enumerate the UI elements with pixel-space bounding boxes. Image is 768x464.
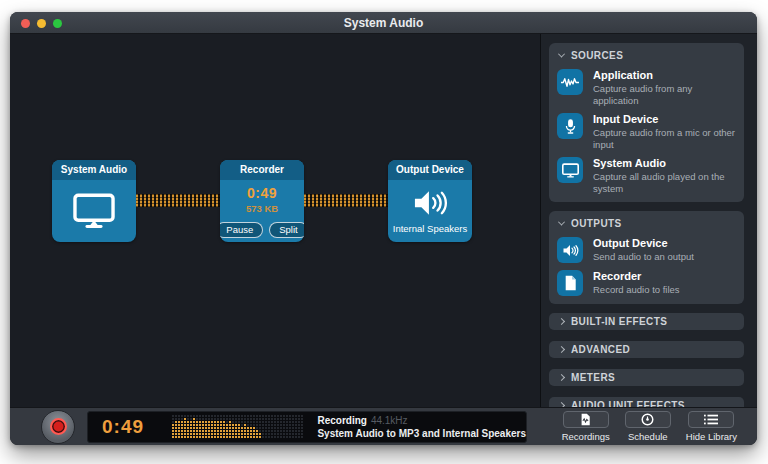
recorder-block-title: Recorder bbox=[220, 160, 304, 180]
item-title: Output Device bbox=[593, 237, 694, 250]
app-window: System Audio System Audio bbox=[10, 12, 757, 445]
sources-section-header[interactable]: SOURCES bbox=[549, 43, 744, 66]
audio-connection-tape bbox=[304, 194, 388, 207]
monitor-icon bbox=[73, 193, 115, 229]
document-icon bbox=[557, 270, 583, 296]
section-meters[interactable]: METERS bbox=[549, 369, 744, 386]
output-block-device[interactable]: Output Device Internal Speakers bbox=[388, 160, 472, 242]
chevron-right-icon bbox=[558, 402, 565, 407]
item-title: Recorder bbox=[593, 270, 680, 283]
section-built-in-effects[interactable]: BUILT-IN EFFECTS bbox=[549, 313, 744, 330]
hide-library-button[interactable] bbox=[688, 411, 734, 428]
item-desc: Capture all audio played on the system bbox=[593, 171, 736, 194]
schedule-action: Schedule bbox=[625, 411, 671, 442]
recording-size: 573 KB bbox=[246, 203, 278, 214]
source-block-system-audio[interactable]: System Audio bbox=[52, 160, 136, 242]
waveform-icon bbox=[557, 69, 583, 95]
outputs-section-header[interactable]: OUTPUTS bbox=[549, 211, 744, 234]
title-bar[interactable]: System Audio bbox=[10, 12, 757, 34]
section-label: AUDIO UNIT EFFECTS bbox=[571, 400, 685, 407]
outputs-section-label: OUTPUTS bbox=[571, 218, 622, 229]
outputs-section: OUTPUTS Output Device Send audio to an bbox=[549, 211, 744, 304]
status-label: Recording bbox=[317, 415, 366, 426]
window-title: System Audio bbox=[10, 12, 757, 34]
recording-time: 0:49 bbox=[247, 185, 277, 201]
speaker-icon bbox=[557, 237, 583, 263]
chevron-right-icon bbox=[558, 346, 565, 353]
record-button[interactable] bbox=[41, 410, 75, 444]
item-title: Input Device bbox=[593, 113, 736, 126]
recordings-icon bbox=[580, 413, 591, 426]
item-desc: Record audio to files bbox=[593, 284, 680, 296]
item-desc: Capture audio from any application bbox=[593, 83, 736, 106]
chevron-down-icon bbox=[558, 51, 565, 58]
schedule-button[interactable] bbox=[625, 411, 671, 428]
item-title: Application bbox=[593, 69, 736, 82]
schedule-label: Schedule bbox=[628, 431, 668, 442]
chevron-right-icon bbox=[558, 374, 565, 381]
recordings-button[interactable] bbox=[563, 411, 609, 428]
clock-icon bbox=[641, 413, 654, 426]
pipeline-canvas[interactable]: System Audio Recorder 0:49 57 bbox=[10, 34, 540, 407]
recordings-label: Recordings bbox=[562, 431, 610, 442]
recorder-block[interactable]: Recorder 0:49 573 KB Pause Split bbox=[220, 160, 304, 242]
library-sidebar: SOURCES Application Capture audio from a… bbox=[540, 34, 757, 407]
section-label: BUILT-IN EFFECTS bbox=[571, 316, 667, 327]
item-desc: Send audio to an output bbox=[593, 251, 694, 263]
source-block-title: System Audio bbox=[52, 160, 136, 180]
list-icon bbox=[704, 414, 718, 425]
section-label: ADVANCED bbox=[571, 344, 630, 355]
split-button[interactable]: Split bbox=[269, 222, 304, 238]
sources-section: SOURCES Application Capture audio from a… bbox=[549, 43, 744, 202]
microphone-icon bbox=[557, 113, 583, 139]
section-label: METERS bbox=[571, 372, 615, 383]
pause-button[interactable]: Pause bbox=[220, 222, 263, 238]
audio-connection-tape bbox=[136, 194, 220, 207]
library-item-recorder[interactable]: Recorder Record audio to files bbox=[549, 267, 744, 300]
chevron-down-icon bbox=[558, 219, 565, 226]
monitor-icon bbox=[557, 157, 583, 183]
recordings-action: Recordings bbox=[562, 411, 610, 442]
item-title: System Audio bbox=[593, 157, 736, 170]
record-icon bbox=[50, 418, 67, 435]
library-item-application[interactable]: Application Capture audio from any appli… bbox=[549, 66, 744, 110]
pipeline-summary: System Audio to MP3 and Internal Speaker… bbox=[317, 427, 526, 440]
hide-library-label: Hide Library bbox=[686, 431, 737, 442]
audio-level-meter bbox=[172, 415, 303, 438]
bottom-bar: 0:49 Recording44.1kHz System Audio to MP… bbox=[10, 407, 757, 445]
sources-section-label: SOURCES bbox=[571, 50, 623, 61]
session-timer: 0:49 bbox=[102, 416, 156, 438]
output-block-title: Output Device bbox=[388, 160, 472, 180]
item-desc: Capture audio from a mic or other input bbox=[593, 127, 736, 150]
status-display: 0:49 Recording44.1kHz System Audio to MP… bbox=[87, 411, 527, 443]
hide-library-action: Hide Library bbox=[686, 411, 737, 442]
library-item-system-audio[interactable]: System Audio Capture all audio played on… bbox=[549, 154, 744, 198]
output-device-name: Internal Speakers bbox=[393, 223, 467, 234]
library-item-output-device[interactable]: Output Device Send audio to an output bbox=[549, 234, 744, 267]
sample-rate: 44.1kHz bbox=[371, 415, 408, 426]
chevron-right-icon bbox=[558, 318, 565, 325]
library-item-input-device[interactable]: Input Device Capture audio from a mic or… bbox=[549, 110, 744, 154]
section-audio-unit-effects[interactable]: AUDIO UNIT EFFECTS bbox=[549, 397, 744, 407]
section-advanced[interactable]: ADVANCED bbox=[549, 341, 744, 358]
speaker-icon bbox=[411, 189, 449, 217]
